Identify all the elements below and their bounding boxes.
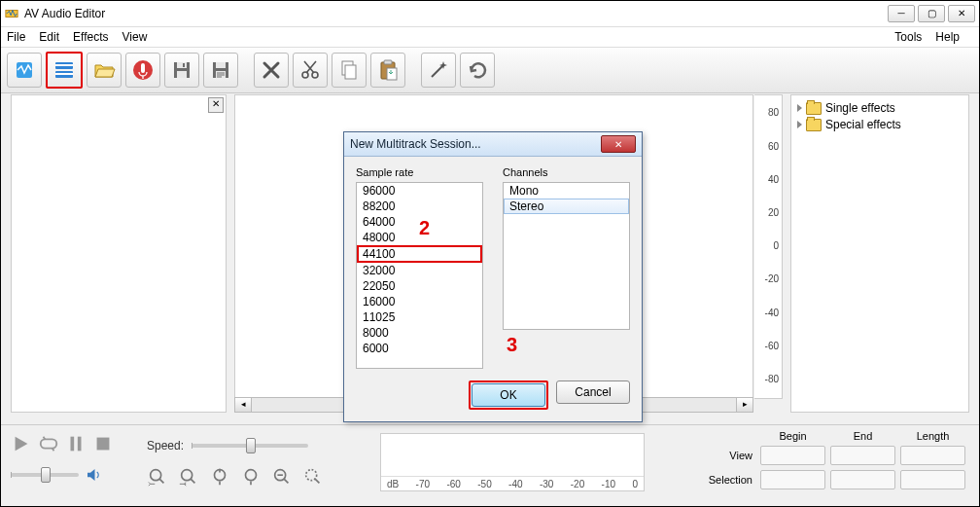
view-length-field[interactable] (900, 446, 965, 465)
rate-option[interactable]: 22050 (357, 278, 482, 294)
menu-help[interactable]: Help (935, 30, 960, 44)
ok-button[interactable]: OK (472, 383, 545, 407)
view-begin-field[interactable] (760, 446, 825, 465)
menu-tools[interactable]: Tools (894, 30, 922, 44)
zoom-out-v-icon[interactable] (240, 466, 262, 488)
cancel-button[interactable]: Cancel (556, 380, 630, 404)
meter-tick: -50 (477, 479, 491, 489)
stop-button[interactable] (92, 433, 114, 454)
svg-rect-5 (55, 73, 73, 75)
ruler-tick: -60 (765, 341, 779, 351)
ruler-tick: 20 (768, 207, 779, 218)
meter-tick: 0 (632, 479, 638, 489)
channel-option-selected[interactable]: Stereo (504, 199, 629, 214)
new-file-button[interactable] (7, 53, 42, 88)
rate-option-selected[interactable]: 44100 (357, 245, 482, 263)
amplitude-ruler: 80 60 40 20 0 -20 -40 -60 -80 (754, 94, 783, 399)
svg-rect-9 (177, 62, 187, 68)
sel-begin-field[interactable] (760, 470, 825, 489)
balance-row (11, 466, 102, 484)
svg-rect-11 (183, 63, 185, 67)
copy-button[interactable] (332, 53, 367, 88)
ruler-tick: 80 (768, 107, 779, 118)
rate-option[interactable]: 6000 (357, 341, 482, 356)
cut-button[interactable] (293, 53, 328, 88)
svg-rect-10 (177, 71, 187, 78)
zoom-sel-icon[interactable] (302, 466, 324, 488)
play-button[interactable] (11, 433, 32, 454)
rate-option[interactable]: 64000 (357, 214, 482, 230)
delete-button[interactable] (254, 53, 289, 88)
zoom-fit-icon[interactable] (271, 466, 293, 488)
bottom-bar: Speed: dB -70 -60 -50 -40 -30 -20 -1 (1, 424, 979, 506)
new-multitrack-button[interactable] (46, 52, 83, 89)
speed-slider[interactable] (192, 444, 308, 448)
rate-option[interactable]: 96000 (357, 183, 482, 199)
transport-controls (11, 433, 114, 454)
dialog-titlebar[interactable]: New Multitrack Session... ✕ (344, 132, 642, 157)
paste-button[interactable] (370, 53, 405, 88)
menu-effects[interactable]: Effects (73, 30, 108, 44)
ruler-tick: 40 (768, 174, 779, 185)
menu-view[interactable]: View (122, 30, 148, 44)
tree-item-special-effects[interactable]: Special effects (797, 118, 962, 131)
sel-end-field[interactable] (830, 470, 895, 489)
record-button[interactable] (125, 53, 160, 88)
ruler-tick: -40 (765, 308, 779, 318)
app-title: AV Audio Editor (24, 7, 105, 20)
tree-item-single-effects[interactable]: Single effects (797, 101, 962, 115)
pause-button[interactable] (65, 433, 87, 454)
rate-option[interactable]: 88200 (357, 199, 482, 214)
scroll-right-icon[interactable]: ▸ (736, 398, 752, 412)
zoom-in-h-icon[interactable] (147, 466, 168, 488)
meter-tick: -10 (602, 479, 615, 489)
ok-highlight: OK (469, 380, 548, 410)
title-bar: AV Audio Editor ─ ▢ ✕ (1, 1, 979, 27)
zoom-out-h-icon[interactable] (178, 466, 199, 488)
meter-tick: -60 (446, 479, 460, 489)
rate-option[interactable]: 32000 (357, 263, 482, 278)
speed-label: Speed: (147, 439, 184, 453)
meter-tick: -40 (508, 479, 522, 489)
view-end-field[interactable] (830, 446, 895, 465)
toolbar (1, 48, 979, 93)
tree-label: Single effects (825, 101, 895, 115)
svg-rect-24 (78, 437, 82, 452)
svg-rect-25 (97, 438, 110, 451)
balance-slider[interactable] (11, 473, 79, 477)
rate-option[interactable]: 8000 (357, 325, 482, 341)
save-as-button[interactable] (203, 53, 238, 88)
maximize-button[interactable]: ▢ (918, 5, 945, 22)
channel-option[interactable]: Mono (504, 183, 629, 199)
rate-option[interactable]: 11025 (357, 309, 482, 325)
menu-file[interactable]: File (7, 30, 25, 44)
svg-rect-20 (384, 60, 392, 64)
zoom-in-v-icon[interactable] (209, 466, 230, 488)
minimize-button[interactable]: ─ (888, 5, 915, 22)
menu-bar: File Edit Effects View Tools Help (1, 27, 979, 48)
open-button[interactable] (87, 53, 122, 88)
undo-button[interactable] (460, 53, 495, 88)
sel-length-field[interactable] (900, 470, 965, 489)
speaker-icon[interactable] (85, 466, 102, 484)
menu-edit[interactable]: Edit (39, 30, 59, 44)
effects-wand-button[interactable] (421, 53, 456, 88)
speed-control: Speed: (147, 439, 308, 453)
selection-grid: BeginEndLength View Selection (705, 427, 969, 493)
expand-icon[interactable] (797, 121, 802, 128)
scroll-left-icon[interactable]: ◂ (235, 398, 252, 412)
channels-list[interactable]: Mono Stereo (503, 182, 630, 330)
sample-rate-list[interactable]: 96000 88200 64000 48000 44100 32000 2205… (356, 182, 483, 369)
left-panel-close-icon[interactable]: ✕ (208, 97, 224, 113)
save-button[interactable] (164, 53, 199, 88)
expand-icon[interactable] (797, 104, 802, 112)
close-button[interactable]: ✕ (948, 5, 975, 22)
rate-option[interactable]: 16000 (357, 294, 482, 309)
ruler-tick: -80 (765, 374, 779, 384)
effects-panel: Single effects Special effects (790, 94, 969, 413)
loop-button[interactable] (38, 433, 59, 454)
rate-option[interactable]: 48000 (357, 230, 482, 245)
folder-icon (806, 119, 822, 131)
dialog-close-button[interactable]: ✕ (601, 135, 636, 153)
sample-rate-label: Sample rate (356, 166, 483, 178)
